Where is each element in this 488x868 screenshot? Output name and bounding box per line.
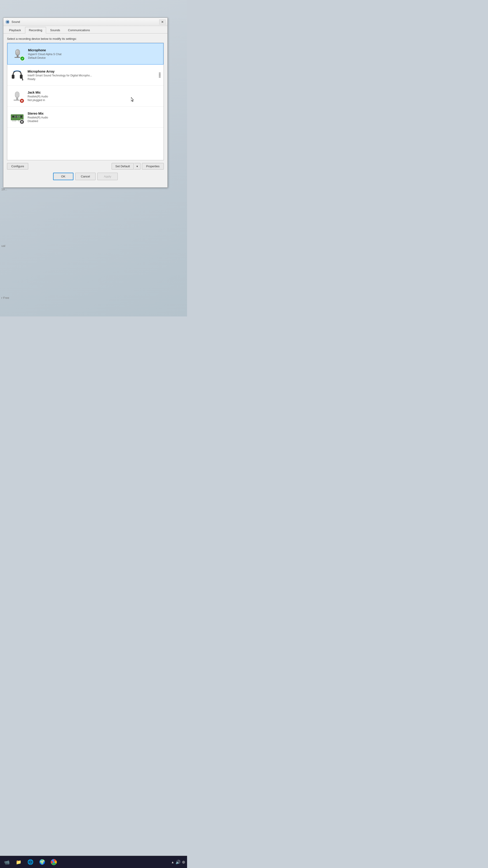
svg-rect-14 xyxy=(15,92,19,97)
configure-button[interactable]: Configure xyxy=(7,163,28,169)
device-list-container: ✓ Microphone HyperX Cloud Alpha S Chat D… xyxy=(7,43,164,160)
svg-rect-26 xyxy=(15,120,16,122)
device-desc-1: Intel® Smart Sound Technology for Digita… xyxy=(28,74,136,77)
tab-recording[interactable]: Recording xyxy=(25,27,46,33)
device-name-2: Jack Mic xyxy=(28,91,161,94)
tab-sounds[interactable]: Sounds xyxy=(46,27,64,33)
device-info-0: Microphone HyperX Cloud Alpha S Chat Def… xyxy=(28,49,161,59)
scrollbar-indicator xyxy=(158,67,161,83)
device-icon-area-0: ✓ xyxy=(10,46,25,61)
svg-rect-7 xyxy=(16,50,18,53)
bg-text-1: 19... xyxy=(1,188,7,191)
ok-button[interactable]: OK xyxy=(53,173,73,180)
jack-mic-status-badge: ▼ xyxy=(20,98,24,103)
close-button[interactable]: ✕ xyxy=(159,20,166,24)
set-default-dropdown[interactable]: ▼ xyxy=(134,163,140,169)
set-default-group: Set Default ▼ xyxy=(111,163,140,169)
device-desc-2: Realtek(R) Audio xyxy=(28,95,136,98)
bottom-controls: Configure Set Default ▼ Properties xyxy=(7,163,164,169)
svg-rect-6 xyxy=(16,50,20,55)
tab-strip: Playback Recording Sounds Communications xyxy=(3,26,167,33)
device-info-3: Stereo Mix Realtek(R) Audio Disabled xyxy=(28,112,161,123)
title-bar: Sound ✕ xyxy=(3,18,167,26)
device-item-microphone-array[interactable]: Microphone Array Intel® Smart Sound Tech… xyxy=(7,65,164,86)
properties-button[interactable]: Properties xyxy=(142,163,164,169)
device-info-1: Microphone Array Intel® Smart Sound Tech… xyxy=(28,70,158,81)
dialog-body: Select a recording device below to modif… xyxy=(3,33,167,187)
tab-communications[interactable]: Communications xyxy=(64,27,94,33)
microphone-array-icon xyxy=(11,70,24,81)
instruction-text: Select a recording device below to modif… xyxy=(7,37,164,40)
device-item-microphone-hyperx[interactable]: ✓ Microphone HyperX Cloud Alpha S Chat D… xyxy=(7,43,164,65)
svg-rect-19 xyxy=(18,116,20,117)
bg-text-2: ual xyxy=(1,244,5,248)
apply-button[interactable]: Apply xyxy=(97,173,118,180)
svg-rect-18 xyxy=(15,115,17,118)
svg-rect-24 xyxy=(13,120,13,122)
svg-rect-8 xyxy=(12,74,14,79)
sound-icon xyxy=(5,20,10,24)
title-bar-controls: ✕ xyxy=(159,20,166,24)
device-name-1: Microphone Array xyxy=(28,70,158,73)
default-device-badge: ✓ xyxy=(20,56,25,61)
device-icon-area-2: ▼ xyxy=(9,88,25,104)
device-item-stereo-mix[interactable]: ▼ Stereo Mix Realtek(R) Audio Disabled xyxy=(7,107,164,128)
device-status-0: Default Device xyxy=(28,56,161,59)
svg-rect-1 xyxy=(6,21,7,23)
device-item-jack-mic[interactable]: ▼ Jack Mic Realtek(R) Audio Not plugged … xyxy=(7,86,164,107)
svg-rect-20 xyxy=(20,116,22,118)
device-status-3: Disabled xyxy=(28,120,161,123)
svg-rect-17 xyxy=(12,116,14,118)
sound-dialog: Sound ✕ Playback Recording Sounds Commun… xyxy=(3,18,168,188)
tab-playback[interactable]: Playback xyxy=(5,27,25,33)
device-info-2: Jack Mic Realtek(R) Audio Not plugged in xyxy=(28,91,161,102)
svg-rect-27 xyxy=(19,120,19,122)
title-bar-icon xyxy=(5,20,10,24)
bg-text-3: r Free xyxy=(1,296,9,300)
device-icon-area-3: ▼ xyxy=(9,110,25,125)
svg-rect-25 xyxy=(14,120,14,122)
device-status-1: Ready xyxy=(28,78,158,81)
svg-point-10 xyxy=(22,79,23,81)
device-desc-0: HyperX Cloud Alpha S Chat xyxy=(28,53,136,56)
device-desc-3: Realtek(R) Audio xyxy=(28,116,136,119)
device-status-2: Not plugged in xyxy=(28,98,161,102)
dialog-title: Sound xyxy=(11,20,159,24)
action-row: OK Cancel Apply xyxy=(7,173,164,184)
cancel-button[interactable]: Cancel xyxy=(75,173,96,180)
device-icon-area-1 xyxy=(9,67,25,83)
device-name-3: Stereo Mix xyxy=(28,112,161,115)
stereo-mix-status-badge: ▼ xyxy=(20,119,24,124)
device-name-0: Microphone xyxy=(28,49,161,52)
set-default-button[interactable]: Set Default xyxy=(111,163,134,169)
device-list[interactable]: ✓ Microphone HyperX Cloud Alpha S Chat D… xyxy=(7,43,164,160)
